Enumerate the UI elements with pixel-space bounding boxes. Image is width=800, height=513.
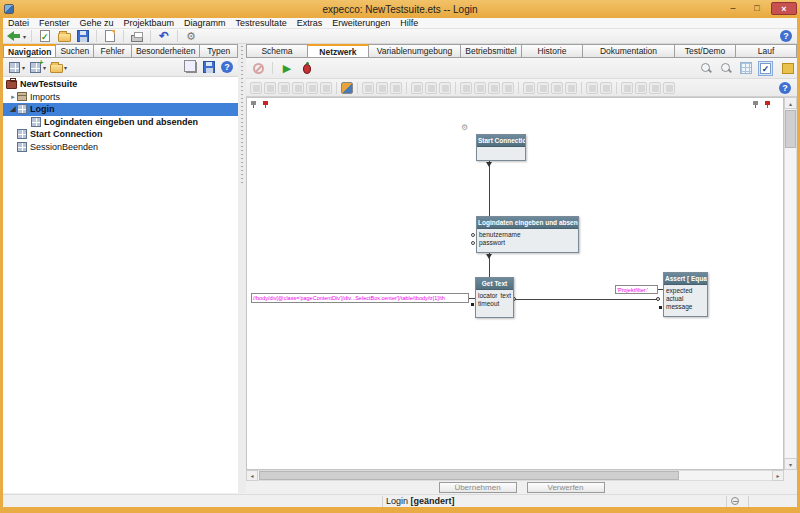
save-icon[interactable] <box>75 29 91 43</box>
enable-step-icon[interactable] <box>460 82 472 94</box>
new-window-icon[interactable] <box>102 29 118 43</box>
copy-icon[interactable] <box>183 60 199 74</box>
help-icon[interactable]: ? <box>777 81 793 95</box>
minimize-button[interactable]: – <box>723 2 743 15</box>
tab-schema[interactable]: Schema <box>246 44 308 58</box>
edit-frame-icon[interactable] <box>425 82 437 94</box>
align-left-icon[interactable] <box>250 82 262 94</box>
tree-item-newtestsuite[interactable]: NewTestsuite <box>3 78 238 91</box>
tab-variablenumgebung[interactable]: Variablenumgebung <box>369 44 461 58</box>
menu-extras[interactable]: Extras <box>292 18 328 28</box>
close-button[interactable]: × <box>771 2 797 15</box>
input-pin-dot[interactable] <box>471 233 475 237</box>
insert-left-icon[interactable] <box>362 82 374 94</box>
settings-gear-icon[interactable]: ⚙ <box>183 29 199 43</box>
add-block-icon[interactable]: + <box>27 60 43 74</box>
tab-typen[interactable]: Typen <box>200 44 238 58</box>
collapse-arrow-icon[interactable] <box>9 93 17 101</box>
zoom-out-icon[interactable] <box>698 61 714 75</box>
menu-datei[interactable]: Datei <box>3 18 34 28</box>
diagram-settings-icon[interactable] <box>341 82 353 94</box>
tree-item-imports[interactable]: Imports <box>3 91 238 104</box>
tab-besonderheiten[interactable]: Besonderheiten <box>132 44 201 58</box>
maximize-button[interactable]: □ <box>747 2 767 15</box>
back-dropdown-icon[interactable]: ▾ <box>23 33 26 40</box>
auto-connect-icon[interactable] <box>439 82 451 94</box>
save-icon[interactable] <box>201 60 217 74</box>
flip-vertical-icon[interactable] <box>551 82 563 94</box>
tab-netzwerk[interactable]: Netzwerk <box>308 44 369 58</box>
tab-betriebsmittel[interactable]: Betriebsmittel <box>461 44 522 58</box>
xpath-value-label[interactable]: //body/div[@class='pageContentDiv']/div.… <box>251 293 469 303</box>
insert-below-icon[interactable] <box>390 82 402 94</box>
tab-test-demo[interactable]: Test/Demo <box>675 44 736 58</box>
tab-historie[interactable]: Historie <box>522 44 583 58</box>
menu-gehe-zu[interactable]: Gehe zu <box>75 18 119 28</box>
filter-value-label[interactable]: 'Projektfilter:' <box>615 285 658 294</box>
print-icon[interactable] <box>129 29 145 43</box>
rotate-right-icon[interactable] <box>537 82 549 94</box>
pin-red-icon[interactable] <box>765 101 770 108</box>
distribute-h-icon[interactable] <box>586 82 598 94</box>
new-block-icon[interactable] <box>6 60 22 74</box>
distribute-v-icon[interactable] <box>600 82 612 94</box>
pin-mode-3-icon[interactable] <box>649 82 661 94</box>
pin-gray-icon[interactable] <box>251 101 256 108</box>
accept-page-icon[interactable]: ✓ <box>37 29 53 43</box>
help-icon[interactable]: ? <box>219 60 235 74</box>
input-pin-dot[interactable] <box>656 297 660 301</box>
horizontal-scroll-thumb[interactable] <box>259 471 679 480</box>
tree-item-logindaten[interactable]: Logindaten eingeben und absenden <box>3 116 238 129</box>
zoom-in-icon[interactable] <box>718 61 734 75</box>
title-bar[interactable]: expecco: NewTestsuite.ets -- Login – □ × <box>0 0 800 18</box>
insert-above-icon[interactable] <box>376 82 388 94</box>
help-icon[interactable]: ? <box>778 29 794 43</box>
tab-lauf[interactable]: Lauf <box>736 44 797 58</box>
back-icon[interactable] <box>6 29 22 43</box>
tree-item-login[interactable]: Login <box>3 103 238 116</box>
menu-erweiterungen[interactable]: Erweiterungen <box>327 18 395 28</box>
node-assert-equal[interactable]: Assert [ Equal ] expected actual message <box>663 272 708 317</box>
clear-breakpoint-icon[interactable] <box>502 82 514 94</box>
debug-icon[interactable] <box>299 61 315 75</box>
tab-fehler[interactable]: Fehler <box>94 44 132 58</box>
snap-checkbox-icon[interactable]: ✓ <box>758 61 773 76</box>
pin-mode-2-icon[interactable] <box>635 82 647 94</box>
menu-projektbaum[interactable]: Projektbaum <box>119 18 180 28</box>
align-bottom-icon[interactable] <box>292 82 304 94</box>
discard-button[interactable]: Verwerfen <box>527 482 605 493</box>
open-folder-icon[interactable] <box>56 29 72 43</box>
node-logindaten[interactable]: Logindaten eingeben und absenden benutze… <box>476 216 579 253</box>
vertical-scrollbar[interactable] <box>784 97 797 470</box>
pin-mode-4-icon[interactable] <box>663 82 675 94</box>
scroll-down-icon[interactable]: ▾ <box>784 458 797 470</box>
menu-testresultate[interactable]: Testresultate <box>231 18 292 28</box>
reset-layout-icon[interactable] <box>565 82 577 94</box>
menu-hilfe[interactable]: Hilfe <box>395 18 423 28</box>
new-folder-icon[interactable] <box>48 60 64 74</box>
palette-icon[interactable] <box>777 61 793 75</box>
expand-arrow-icon[interactable] <box>9 105 17 113</box>
undo-icon[interactable]: ↶ <box>156 29 172 43</box>
scroll-left-icon[interactable]: ◂ <box>246 470 258 481</box>
input-pin-dot[interactable] <box>471 241 475 245</box>
new-block-dropdown-icon[interactable]: ▾ <box>22 64 25 71</box>
scroll-up-icon[interactable]: ▴ <box>784 97 797 109</box>
tree-item-sessionbeenden[interactable]: SessionBeenden <box>3 141 238 154</box>
align-right-icon[interactable] <box>264 82 276 94</box>
node-get-text[interactable]: Get Text locator text timeout <box>475 277 514 318</box>
menu-diagramm[interactable]: Diagramm <box>179 18 231 28</box>
menu-fenster[interactable]: Fenster <box>34 18 75 28</box>
network-diagram-canvas[interactable]: ⚙ Start Connection Logindaten eingeben u… <box>246 97 784 470</box>
stop-icon[interactable] <box>250 61 266 75</box>
panel-splitter[interactable] <box>238 44 246 493</box>
vertical-scroll-thumb[interactable] <box>785 110 796 148</box>
default-value-pin[interactable] <box>471 303 474 306</box>
tab-suchen[interactable]: Suchen <box>56 44 94 58</box>
tab-navigation[interactable]: Navigation <box>3 44 56 58</box>
disable-step-icon[interactable] <box>474 82 486 94</box>
tree-item-start-connection[interactable]: Start Connection <box>3 128 238 141</box>
node-start-connection[interactable]: Start Connection <box>476 134 526 161</box>
align-top-icon[interactable] <box>278 82 290 94</box>
pin-red-icon[interactable] <box>263 101 268 108</box>
